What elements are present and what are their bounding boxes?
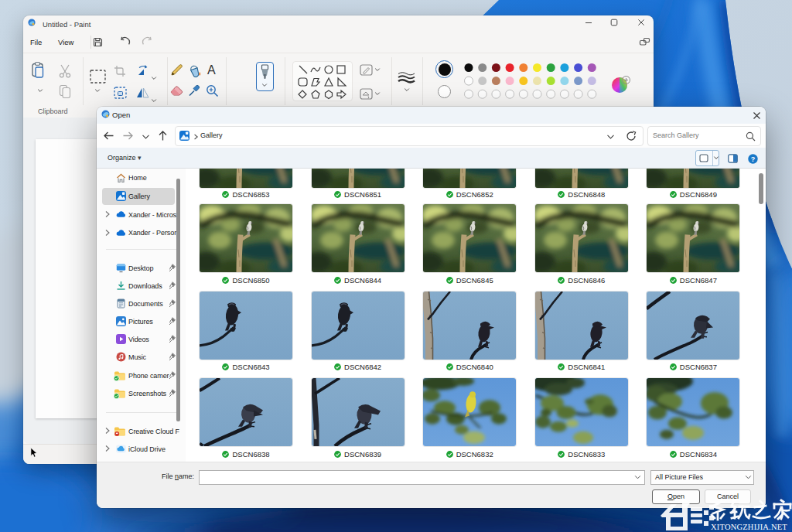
svg-text:A: A bbox=[207, 63, 216, 77]
svg-text:XITONGZHIJIA.NET: XITONGZHIJIA.NET bbox=[711, 523, 787, 531]
svg-text:?: ? bbox=[751, 155, 756, 163]
